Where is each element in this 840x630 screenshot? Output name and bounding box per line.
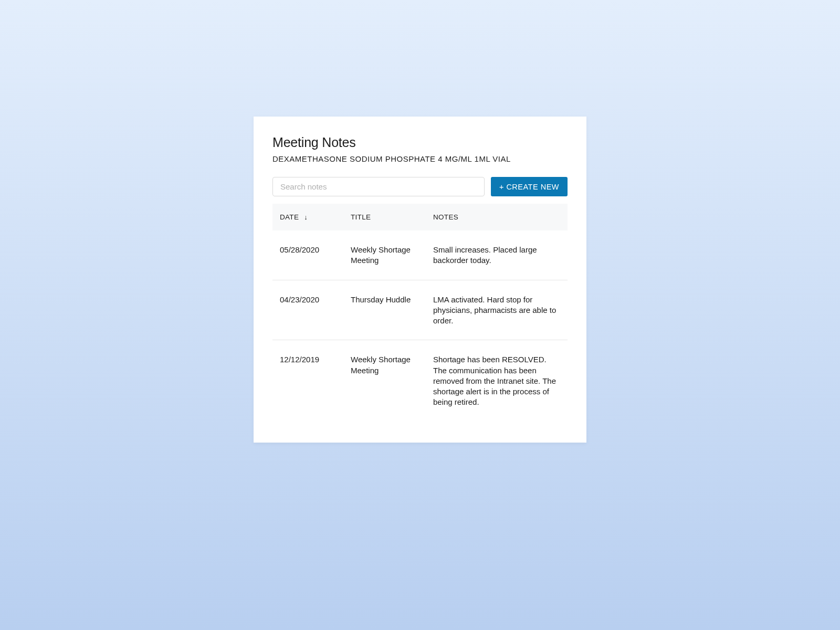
table-header: DATE ↓ TITLE NOTES xyxy=(272,204,568,230)
column-header-notes[interactable]: NOTES xyxy=(433,213,560,221)
page-subtitle: DEXAMETHASONE SODIUM PHOSPHATE 4 MG/ML 1… xyxy=(272,154,568,163)
cell-date: 12/12/2019 xyxy=(280,354,351,407)
table-row[interactable]: 12/12/2019 Weekly Shortage Meeting Short… xyxy=(272,340,568,421)
column-header-title[interactable]: TITLE xyxy=(351,213,433,221)
column-header-title-label: TITLE xyxy=(351,213,371,221)
table-row[interactable]: 05/28/2020 Weekly Shortage Meeting Small… xyxy=(272,230,568,280)
column-header-notes-label: NOTES xyxy=(433,213,458,221)
controls-row: + CREATE NEW xyxy=(272,177,568,196)
table-row[interactable]: 04/23/2020 Thursday Huddle LMA activated… xyxy=(272,280,568,341)
page-title: Meeting Notes xyxy=(272,135,568,150)
cell-title: Thursday Huddle xyxy=(351,295,433,327)
create-new-button[interactable]: + CREATE NEW xyxy=(491,177,568,196)
cell-date: 05/28/2020 xyxy=(280,245,351,266)
table-body: 05/28/2020 Weekly Shortage Meeting Small… xyxy=(272,230,568,422)
cell-notes: Shortage has been RESOLVED. The communic… xyxy=(433,354,560,407)
cell-date: 04/23/2020 xyxy=(280,295,351,327)
sort-descending-icon: ↓ xyxy=(304,213,308,221)
cell-title: Weekly Shortage Meeting xyxy=(351,354,433,407)
cell-title: Weekly Shortage Meeting xyxy=(351,245,433,266)
cell-notes: LMA activated. Hard stop for physicians,… xyxy=(433,295,560,327)
cell-notes: Small increases. Placed large backorder … xyxy=(433,245,560,266)
column-header-date[interactable]: DATE ↓ xyxy=(280,213,351,221)
search-input[interactable] xyxy=(272,177,485,196)
meeting-notes-card: Meeting Notes DEXAMETHASONE SODIUM PHOSP… xyxy=(254,117,586,443)
column-header-date-label: DATE xyxy=(280,213,299,221)
